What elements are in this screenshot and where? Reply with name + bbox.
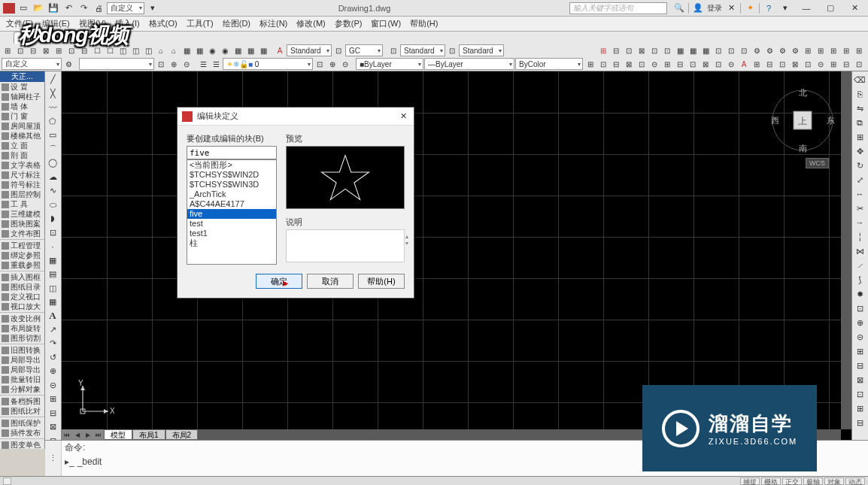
- tool-icon[interactable]: ⊡: [712, 58, 724, 70]
- help-search-input[interactable]: 输入关键字或语句: [569, 2, 667, 14]
- menu-file[interactable]: 文件(F): [6, 18, 33, 29]
- tarch-item[interactable]: 备档拆图: [0, 396, 44, 406]
- tool-icon[interactable]: ⊡: [712, 44, 724, 56]
- scale-icon[interactable]: ⤢: [853, 173, 866, 186]
- tool-icon[interactable]: ◫: [117, 44, 129, 56]
- menu-view[interactable]: 视图(V): [79, 18, 107, 29]
- tool-icon[interactable]: ▦: [700, 44, 712, 56]
- qat-dropdown-icon[interactable]: ▾: [146, 2, 159, 14]
- icon[interactable]: ⊝: [46, 379, 59, 392]
- tool-icon[interactable]: ⊡: [332, 44, 344, 56]
- tool-icon[interactable]: ⊞: [853, 44, 865, 56]
- table-icon[interactable]: ▦: [46, 296, 59, 308]
- trim-icon[interactable]: ✂: [853, 202, 866, 215]
- tarch-item[interactable]: 图变单色: [0, 440, 44, 449]
- icon[interactable]: ⊞: [853, 344, 866, 358]
- qat-redo-icon[interactable]: ↷: [77, 2, 90, 14]
- tool-icon[interactable]: ⊕: [168, 58, 180, 70]
- tarch-item[interactable]: 门 窗: [0, 111, 44, 121]
- tool-icon[interactable]: ⊡: [648, 44, 660, 56]
- tool-textstyle-icon[interactable]: A: [274, 44, 286, 56]
- tarch-item[interactable]: 图纸比对: [0, 406, 44, 416]
- tool-icon[interactable]: ⊞: [584, 58, 596, 70]
- tool-icon[interactable]: A: [738, 58, 750, 70]
- copy-icon[interactable]: ⎘: [853, 87, 866, 101]
- explode-icon[interactable]: ✹: [853, 287, 866, 301]
- status-osnap[interactable]: 对象: [824, 477, 844, 485]
- tool-icon[interactable]: ⊡: [597, 58, 609, 70]
- tool-icon[interactable]: ⊠: [789, 58, 801, 70]
- array-icon[interactable]: ⊞: [853, 130, 866, 144]
- tool-icon[interactable]: ⊡: [725, 44, 737, 56]
- tarch-item[interactable]: 局部导出: [0, 355, 44, 365]
- tarch-item[interactable]: 三维建模: [0, 209, 44, 219]
- tool-icon[interactable]: ⊡: [853, 58, 865, 70]
- star-icon[interactable]: ✦: [742, 2, 757, 14]
- gradient-icon[interactable]: ▤: [46, 268, 59, 280]
- point-icon[interactable]: ·: [46, 240, 59, 253]
- tool-icon[interactable]: ⊡: [446, 44, 458, 56]
- description-box[interactable]: ▴▾: [286, 229, 405, 262]
- tool-icon[interactable]: ⊡: [687, 58, 699, 70]
- menu-help[interactable]: 帮助(H): [410, 18, 438, 29]
- tool-icon[interactable]: ⊟: [78, 44, 90, 56]
- scroll-prev-icon[interactable]: ◀: [72, 429, 83, 440]
- tool-icon[interactable]: ⊝: [339, 58, 351, 70]
- tarch-item[interactable]: 符号标注: [0, 180, 44, 189]
- status-grid[interactable]: 栅格: [761, 477, 781, 485]
- tarch-item[interactable]: 插件发布: [0, 428, 44, 438]
- spline-icon[interactable]: ∿: [46, 184, 59, 197]
- tarch-item[interactable]: 墙 体: [0, 102, 44, 111]
- tool-icon[interactable]: ⚙: [776, 44, 788, 56]
- tarch-item[interactable]: 图形切割: [0, 333, 44, 343]
- hatch-icon[interactable]: ▦: [46, 253, 59, 266]
- tool-icon[interactable]: ⊟: [840, 58, 852, 70]
- exchange-icon[interactable]: ✕: [724, 2, 739, 14]
- tarch-item[interactable]: 定义视口: [0, 292, 44, 302]
- layer-icon[interactable]: ☰: [197, 58, 209, 70]
- qat-print-icon[interactable]: 🖨: [92, 2, 105, 14]
- menu-dim[interactable]: 标注(N): [259, 18, 287, 29]
- icon[interactable]: ⊠: [46, 420, 59, 433]
- menu-draw[interactable]: 绘图(D): [223, 18, 250, 29]
- tarch-item[interactable]: 文字表格: [0, 160, 44, 170]
- tarch-item[interactable]: 重载参照: [0, 260, 44, 270]
- tarch-item[interactable]: 尺寸标注: [0, 170, 44, 180]
- polygon-icon[interactable]: ⬠: [46, 114, 59, 127]
- tarch-item[interactable]: 轴网柱子: [0, 92, 44, 102]
- close-button[interactable]: ✕: [844, 2, 865, 15]
- tool-icon[interactable]: ⊡: [623, 44, 635, 56]
- scroll-last-icon[interactable]: ⏭: [93, 429, 104, 440]
- tool-icon[interactable]: ⊞: [661, 58, 673, 70]
- search-icon[interactable]: 🔍: [672, 2, 687, 14]
- status-polar[interactable]: 极轴: [803, 477, 823, 485]
- minimize-button[interactable]: —: [796, 2, 817, 15]
- extend-icon[interactable]: →: [853, 216, 866, 229]
- help-button[interactable]: 帮助(H): [358, 274, 405, 289]
- tool-icon[interactable]: ⊡: [802, 58, 814, 70]
- tarch-item[interactable]: 工 具: [0, 199, 44, 209]
- layer-combo[interactable]: ☀ ❄ 🔓 ■ 0: [223, 58, 313, 70]
- tool-icon[interactable]: ☐: [104, 44, 116, 56]
- ok-button[interactable]: 确定 ➤: [256, 274, 302, 289]
- tarch-item[interactable]: 设 置: [0, 82, 44, 92]
- command-line[interactable]: ⋮ 命令: ▸_ _bedit: [45, 440, 868, 476]
- layout-tab-model[interactable]: 模型: [104, 429, 132, 440]
- tarch-item[interactable]: 视口放大: [0, 302, 44, 311]
- tarch-item[interactable]: 图纸目录: [0, 282, 44, 292]
- tool-icon[interactable]: ⊡: [65, 44, 77, 56]
- tarch-item[interactable]: 剖 面: [0, 150, 44, 160]
- menu-param[interactable]: 参数(P): [335, 18, 363, 29]
- tool-icon[interactable]: ⊞: [827, 44, 839, 56]
- tool-icon[interactable]: ⌂: [168, 44, 180, 56]
- tool-icon[interactable]: ▦: [674, 44, 686, 56]
- tarch-item[interactable]: 插入图框: [0, 272, 44, 282]
- tarch-item[interactable]: 工程管理: [0, 241, 44, 250]
- icon[interactable]: ⊠: [853, 373, 866, 386]
- icon[interactable]: ⊡: [853, 387, 866, 401]
- tool-icon[interactable]: ⊟: [610, 44, 622, 56]
- menu-format[interactable]: 格式(O): [149, 18, 178, 29]
- menu-edit[interactable]: 编辑(E): [42, 18, 70, 29]
- join-icon[interactable]: ⋈: [853, 244, 866, 258]
- color-combo[interactable]: ■ ByLayer: [356, 58, 423, 70]
